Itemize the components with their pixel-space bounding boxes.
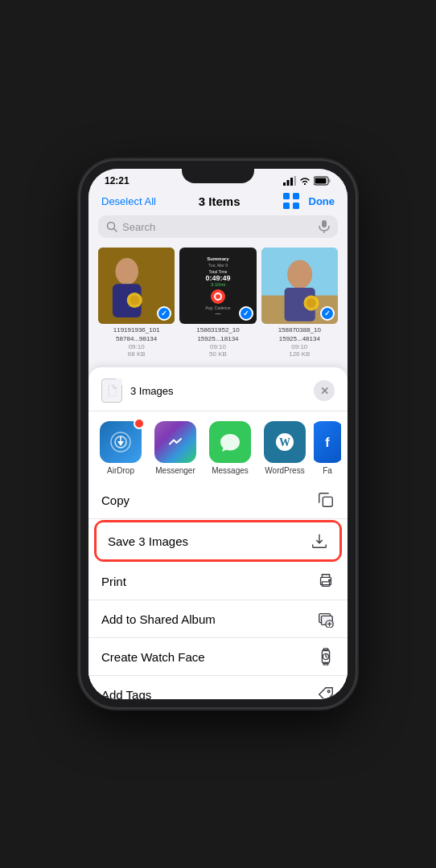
svg-point-26 [306, 298, 316, 308]
svg-point-20 [130, 296, 139, 305]
svg-rect-35 [322, 582, 329, 587]
svg-rect-2 [290, 178, 293, 186]
photo-thumb-3 [261, 248, 338, 324]
search-bar[interactable]: Search [98, 215, 338, 238]
tags-icon [317, 686, 335, 699]
photo-size-2: 50 KB [209, 350, 227, 358]
messages-label: Messages [212, 466, 249, 475]
copy-action[interactable]: Copy [88, 481, 348, 519]
messages-icon [209, 421, 251, 463]
deselect-all-button[interactable]: Deselect All [101, 195, 156, 207]
svg-point-46 [327, 690, 330, 693]
svg-rect-14 [322, 220, 327, 227]
done-button[interactable]: Done [309, 195, 335, 207]
search-placeholder: Search [122, 221, 314, 233]
photo-time-3: 09:10 [291, 343, 307, 350]
svg-rect-6 [329, 179, 331, 182]
svg-rect-8 [283, 193, 290, 199]
copy-label: Copy [101, 493, 317, 507]
watch-face-icon [317, 648, 335, 665]
add-tags-action[interactable]: Add Tags [88, 676, 348, 699]
svg-rect-1 [287, 180, 290, 186]
close-x-label: ✕ [320, 385, 329, 397]
notch [182, 169, 254, 183]
add-shared-album-label: Add to Shared Album [101, 612, 317, 626]
photo-item-2[interactable]: Summary Tue, Mar 9 Total Time 0:49:49 3.… [179, 248, 256, 358]
photo-thumb-1 [98, 248, 175, 324]
svg-rect-33 [323, 497, 332, 506]
photo-item-1[interactable]: 119191936_101 58784...98134 09:10 68 KB [98, 248, 175, 358]
photo-name-1: 119191936_101 58784...98134 [98, 326, 175, 343]
app-fa[interactable]: f Fa [314, 421, 341, 475]
app-airdrop[interactable]: AirDrop [95, 421, 146, 475]
app-messages[interactable]: Messages [204, 421, 256, 475]
wifi-icon [299, 176, 311, 186]
nav-title: 3 Items [199, 194, 241, 208]
mic-icon [319, 220, 330, 233]
wordpress-label: WordPress [265, 466, 304, 475]
nav-right: Done [283, 193, 335, 209]
photo-name-3: 158870388_10 15925...48134 [261, 326, 338, 343]
grid-icon[interactable] [283, 193, 299, 209]
action-rows: Copy Save 3 Images Print [88, 481, 348, 699]
phone-frame: 12:21 [80, 161, 356, 707]
app-wordpress[interactable]: W WordPress [259, 421, 311, 475]
status-bar: 12:21 [88, 169, 348, 190]
svg-line-13 [114, 229, 117, 232]
add-tags-label: Add Tags [101, 688, 317, 699]
battery-icon [314, 176, 331, 186]
share-close-button[interactable]: ✕ [314, 380, 335, 401]
photo-grid: 119191936_101 58784...98134 09:10 68 KB … [88, 244, 348, 367]
svg-rect-0 [283, 182, 286, 186]
svg-point-23 [287, 260, 312, 289]
svg-text:W: W [279, 436, 290, 448]
svg-rect-10 [283, 203, 290, 209]
status-icons [283, 176, 331, 186]
save-images-action[interactable]: Save 3 Images [95, 521, 341, 561]
create-watch-face-action[interactable]: Create Watch Face [88, 638, 348, 676]
status-time: 12:21 [105, 175, 130, 186]
airdrop-label: AirDrop [107, 466, 134, 475]
photo-time-2: 09:10 [210, 343, 226, 350]
airdrop-icon [100, 421, 142, 463]
nav-bar: Deselect All 3 Items Done [88, 190, 348, 215]
copy-icon [317, 491, 335, 509]
photo-size-1: 68 KB [128, 350, 146, 358]
share-sheet: 3 Images ✕ [88, 367, 348, 699]
photo-name-2: 158631952_10 15925...18134 [179, 326, 256, 343]
photo-time-1: 09:10 [129, 343, 145, 350]
photo-size-3: 126 KB [289, 350, 310, 358]
search-icon [106, 221, 117, 232]
print-icon [317, 572, 335, 590]
create-watch-face-label: Create Watch Face [101, 650, 317, 664]
svg-rect-9 [293, 193, 299, 199]
share-sheet-header: 3 Images ✕ [88, 367, 348, 411]
svg-rect-11 [293, 203, 299, 209]
save-images-icon [311, 532, 328, 550]
svg-point-17 [115, 258, 138, 285]
app-messenger[interactable]: Messenger [150, 421, 201, 475]
notification-dot-airdrop [134, 418, 145, 429]
shared-album-icon [317, 610, 335, 628]
photo-item-3[interactable]: 158870388_10 15925...48134 09:10 126 KB [261, 248, 338, 358]
signal-icon [283, 176, 296, 186]
svg-rect-7 [315, 178, 327, 184]
svg-point-4 [304, 183, 306, 185]
save-images-label: Save 3 Images [108, 534, 311, 548]
print-action[interactable]: Print [88, 563, 348, 600]
svg-text:f: f [325, 436, 330, 449]
app-icons-row: AirDrop Messenger [88, 411, 348, 481]
svg-line-43 [326, 657, 327, 657]
fa-label: Fa [323, 466, 332, 475]
checkmark-2 [239, 306, 253, 321]
svg-point-36 [329, 579, 331, 581]
fa-icon: f [314, 421, 341, 463]
share-sheet-title: 3 Images [130, 385, 314, 397]
messenger-icon [154, 421, 196, 463]
add-shared-album-action[interactable]: Add to Shared Album [88, 600, 348, 638]
messenger-label: Messenger [155, 466, 195, 475]
print-label: Print [101, 575, 317, 588]
phone-screen: 12:21 [88, 169, 348, 699]
wordpress-icon: W [264, 421, 306, 463]
photo-thumb-2: Summary Tue, Mar 9 Total Time 0:49:49 3.… [179, 248, 256, 324]
